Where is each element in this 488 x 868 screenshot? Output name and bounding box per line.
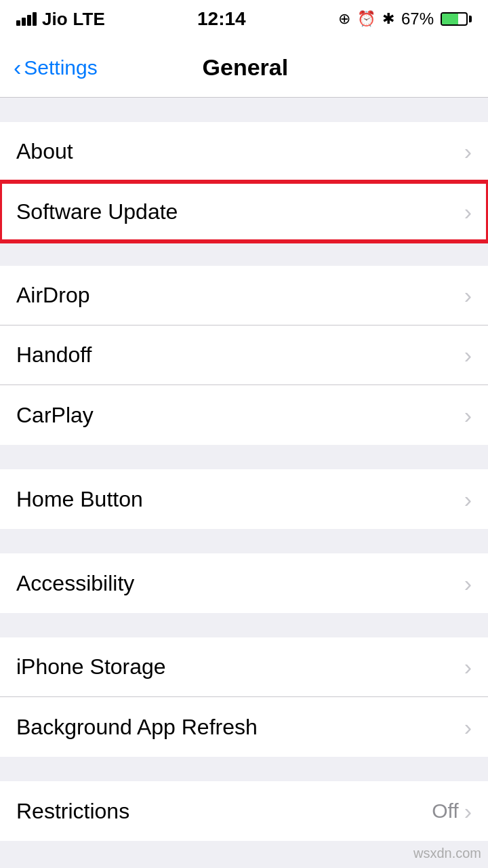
nav-bar: ‹ Settings General (0, 38, 488, 98)
chevron-right-icon-iphone-storage: › (464, 654, 472, 680)
settings-row-restrictions[interactable]: Restrictions Off › (0, 781, 488, 841)
chevron-right-icon-software-update: › (464, 199, 472, 225)
settings-group-5: iPhone Storage › Background App Refresh … (0, 637, 488, 757)
row-right-iphone-storage: › (464, 654, 472, 680)
chevron-right-icon-restrictions: › (464, 798, 472, 825)
settings-group-1: About › Software Update › (0, 122, 488, 241)
settings-group-6: Restrictions Off › (0, 781, 488, 841)
row-label-accessibility: Accessibility (16, 571, 134, 596)
row-right-background-app-refresh: › (464, 714, 472, 741)
carrier-label: Jio (42, 9, 68, 30)
chevron-right-icon-carplay: › (464, 402, 472, 429)
settings-row-accessibility[interactable]: Accessibility › (0, 553, 488, 613)
chevron-right-icon-home-button: › (464, 486, 472, 513)
row-label-background-app-refresh: Background App Refresh (16, 715, 258, 740)
row-right-accessibility: › (464, 570, 472, 597)
settings-row-iphone-storage[interactable]: iPhone Storage › (0, 637, 488, 697)
section-gap-1 (0, 98, 488, 122)
status-time: 12:14 (197, 8, 246, 30)
row-right-about: › (464, 138, 472, 165)
watermark: wsxdn.com (413, 846, 481, 861)
row-right-airdrop: › (464, 282, 472, 309)
row-label-handoff: Handoff (16, 342, 92, 368)
settings-group-2: AirDrop › Handoff › CarPlay › (0, 266, 488, 445)
settings-row-software-update[interactable]: Software Update › (0, 182, 488, 241)
settings-row-handoff[interactable]: Handoff › (0, 326, 488, 385)
row-right-restrictions: Off › (432, 798, 472, 825)
settings-group-3: Home Button › (0, 469, 488, 529)
battery-percent: 67% (401, 9, 434, 28)
settings-row-about[interactable]: About › (0, 122, 488, 182)
section-gap-4 (0, 529, 488, 553)
status-bar: Jio LTE 12:14 ⊕ ⏰ ✱ 67% (0, 0, 488, 38)
signal-bars-icon (16, 12, 37, 26)
chevron-right-icon-background-app-refresh: › (464, 714, 472, 741)
chevron-right-icon-about: › (464, 138, 472, 165)
bluetooth-icon: ✱ (382, 10, 394, 28)
row-label-airdrop: AirDrop (16, 283, 89, 308)
row-label-home-button: Home Button (16, 487, 143, 512)
section-gap-6 (0, 757, 488, 781)
alarm-icon: ⏰ (357, 10, 375, 28)
page-title: General (203, 54, 289, 81)
section-gap-5 (0, 613, 488, 637)
back-button[interactable]: ‹ Settings (14, 56, 98, 79)
chevron-right-icon-accessibility: › (464, 570, 472, 597)
status-left: Jio LTE (16, 9, 105, 30)
settings-group-4: Accessibility › (0, 553, 488, 613)
row-label-software-update: Software Update (16, 199, 178, 224)
row-label-iphone-storage: iPhone Storage (16, 654, 166, 679)
chevron-right-icon-handoff: › (464, 342, 472, 368)
back-chevron-icon: ‹ (14, 56, 21, 79)
settings-row-airdrop[interactable]: AirDrop › (0, 266, 488, 326)
row-right-handoff: › (464, 342, 472, 368)
battery-icon (441, 12, 472, 26)
row-right-software-update: › (464, 199, 472, 225)
network-type-label: LTE (73, 9, 105, 30)
row-right-home-button: › (464, 486, 472, 513)
row-label-carplay: CarPlay (16, 403, 94, 428)
section-gap-3 (0, 445, 488, 469)
back-label: Settings (24, 56, 97, 79)
row-label-about: About (16, 139, 73, 164)
restrictions-value: Off (432, 800, 458, 823)
location-icon: ⊕ (338, 10, 350, 28)
row-right-carplay: › (464, 402, 472, 429)
settings-row-home-button[interactable]: Home Button › (0, 469, 488, 529)
chevron-right-icon-airdrop: › (464, 282, 472, 309)
section-gap-2 (0, 241, 488, 266)
settings-row-background-app-refresh[interactable]: Background App Refresh › (0, 697, 488, 757)
row-label-restrictions: Restrictions (16, 799, 129, 824)
status-right: ⊕ ⏰ ✱ 67% (338, 9, 472, 28)
settings-row-carplay[interactable]: CarPlay › (0, 385, 488, 445)
